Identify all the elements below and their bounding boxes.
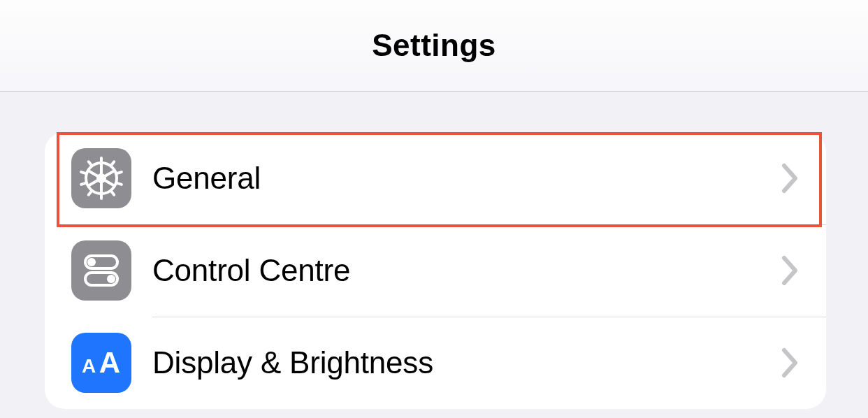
svg-line-11 <box>117 183 122 185</box>
settings-group: General Control Centre <box>45 132 826 409</box>
chevron-right-icon <box>780 347 800 378</box>
gear-icon <box>71 148 131 208</box>
settings-content: General Control Centre <box>0 92 868 409</box>
settings-row-display-brightness[interactable]: A A Display & Brightness <box>45 317 826 409</box>
svg-line-10 <box>117 172 122 173</box>
row-label: Control Centre <box>152 253 780 288</box>
svg-line-16 <box>81 172 86 173</box>
svg-line-4 <box>106 171 113 176</box>
svg-line-12 <box>111 191 114 194</box>
navigation-bar: Settings <box>0 0 868 92</box>
svg-line-14 <box>89 191 92 194</box>
row-label: Display & Brightness <box>152 345 780 380</box>
svg-line-15 <box>81 183 86 185</box>
svg-line-17 <box>89 161 92 165</box>
svg-line-3 <box>106 181 113 186</box>
row-label: General <box>152 161 780 196</box>
settings-row-general[interactable]: General <box>45 132 826 224</box>
svg-text:A: A <box>82 355 96 377</box>
svg-line-6 <box>89 171 97 176</box>
chevron-right-icon <box>780 255 800 286</box>
svg-line-9 <box>111 161 114 165</box>
page-title: Settings <box>372 28 496 63</box>
svg-point-19 <box>87 258 96 266</box>
svg-line-7 <box>89 181 97 186</box>
settings-row-control-centre[interactable]: Control Centre <box>45 224 826 317</box>
svg-text:A: A <box>99 346 120 379</box>
toggles-icon <box>71 240 131 301</box>
text-size-icon: A A <box>71 333 131 393</box>
svg-point-21 <box>107 275 115 283</box>
chevron-right-icon <box>780 163 800 194</box>
